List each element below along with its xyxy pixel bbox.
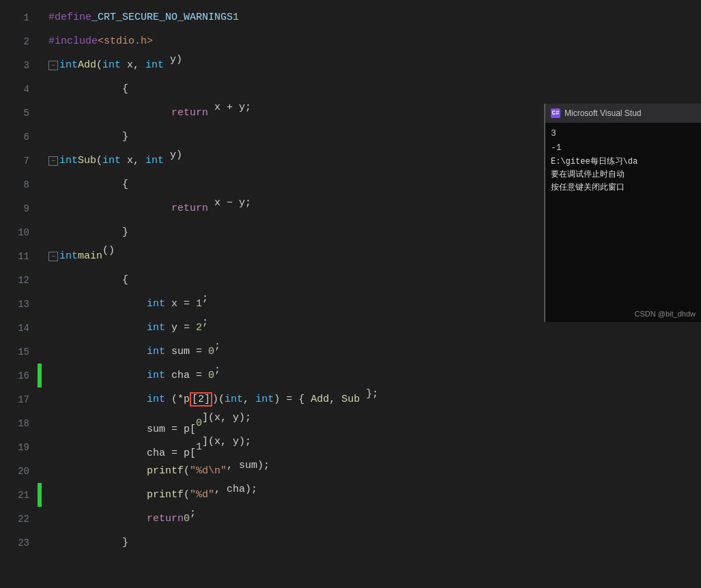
- line-number: 1: [0, 12, 38, 23]
- console-window: C# Microsoft Visual Stud 3 -1 E:\gitee每日…: [544, 104, 701, 322]
- table-row: 15 int sum = 0;: [0, 340, 546, 364]
- table-row: 20 printf("%d\n", sum);: [0, 459, 546, 483]
- line-number: 5: [0, 108, 38, 119]
- line-number: 3: [0, 60, 38, 71]
- code-text: #include<stdio.h>: [42, 35, 153, 47]
- line-number: 17: [0, 394, 38, 405]
- line-number: 22: [0, 514, 38, 525]
- table-row: 4 {: [0, 77, 546, 101]
- line-number: 10: [0, 227, 38, 238]
- console-titlebar: C# Microsoft Visual Stud: [545, 104, 701, 123]
- table-row: 10 }: [0, 220, 546, 244]
- table-row: 1 #define _CRT_SECURE_NO_WARNINGS 1: [0, 5, 546, 29]
- table-row: 16 int cha = 0;: [0, 364, 546, 387]
- line-number: 12: [0, 275, 38, 286]
- code-text: int cha = 0;: [42, 364, 251, 387]
- console-output-line: E:\gitee每日练习\da: [551, 156, 696, 168]
- line-number: 7: [0, 156, 38, 166]
- line-number: 8: [0, 179, 38, 190]
- console-output-area: 3 -1 E:\gitee每日练习\da 要在调试停止时自动 按任意键关闭此窗口: [545, 123, 701, 199]
- code-text: sum = p[0](x, y);: [42, 412, 251, 435]
- code-text: #define _CRT_SECURE_NO_WARNINGS 1: [42, 12, 239, 23]
- table-row: 12 {: [0, 268, 546, 292]
- code-text: int y = 2;: [42, 317, 239, 340]
- table-row: 2 #include<stdio.h>: [0, 29, 546, 53]
- console-title-text: Microsoft Visual Stud: [564, 108, 642, 118]
- code-text: printf("%d\n", sum);: [42, 460, 270, 483]
- line-number: 18: [0, 418, 38, 429]
- code-text: printf("%d", cha);: [42, 484, 257, 507]
- console-watermark: CSDN @bit_dhdw: [635, 310, 696, 318]
- vs-icon-label: C#: [552, 110, 560, 117]
- line-number: 6: [0, 132, 38, 143]
- vs-icon: C#: [551, 108, 560, 118]
- console-output-line: 要在调试停止时自动: [551, 168, 696, 181]
- table-row: 19 cha = p[1](x, y);: [0, 435, 546, 459]
- line-number: 21: [0, 490, 38, 501]
- collapse-icon[interactable]: −: [48, 156, 58, 166]
- line-number: 9: [0, 203, 38, 214]
- line-number: 19: [0, 442, 38, 453]
- console-output-line: -1: [551, 141, 696, 156]
- table-row: 13 int x = 1;: [0, 292, 546, 316]
- line-number: 4: [0, 84, 38, 95]
- table-row: 23 }: [0, 531, 546, 555]
- line-number: 14: [0, 323, 38, 334]
- code-lines: 1 #define _CRT_SECURE_NO_WARNINGS 1 2 #i…: [0, 0, 546, 555]
- code-text: }: [42, 525, 128, 560]
- line-number: 16: [0, 370, 38, 381]
- table-row: 8 {: [0, 173, 546, 196]
- line-number: 11: [0, 251, 38, 262]
- table-row: 17 int (*p[2])(int, int) = { Add, Sub };: [0, 387, 546, 411]
- code-text: int sum = 0;: [42, 340, 251, 364]
- collapse-icon[interactable]: −: [48, 252, 58, 261]
- table-row: 6 }: [0, 125, 546, 149]
- table-row: 18 sum = p[0](x, y);: [0, 411, 546, 435]
- collapse-icon[interactable]: −: [48, 61, 58, 70]
- line-number: 2: [0, 36, 38, 47]
- table-row: 14 int y = 2;: [0, 316, 546, 340]
- code-text: int x = 1;: [42, 293, 239, 316]
- line-number: 20: [0, 466, 38, 477]
- line-number: 23: [0, 538, 38, 548]
- code-text: int (*p[2])(int, int) = { Add, Sub };: [42, 388, 397, 411]
- line-number: 15: [0, 347, 38, 357]
- table-row: 21 printf("%d", cha);: [0, 483, 546, 507]
- line-number: 13: [0, 299, 38, 310]
- console-output-line: 3: [551, 127, 696, 141]
- code-text: cha = p[1](x, y);: [42, 436, 251, 459]
- console-output-line: 按任意键关闭此窗口: [551, 181, 696, 194]
- code-editor[interactable]: 1 #define _CRT_SECURE_NO_WARNINGS 1 2 #i…: [0, 0, 546, 588]
